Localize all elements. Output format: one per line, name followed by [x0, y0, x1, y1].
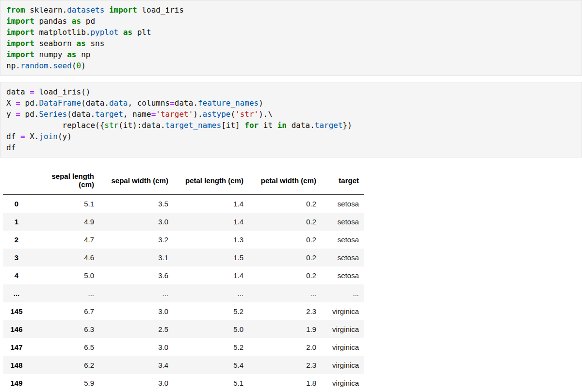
- code-line: import seaborn as sns: [6, 38, 576, 49]
- table-cell: ...: [30, 284, 99, 302]
- table-cell: 5.1: [173, 374, 248, 392]
- table-cell: virginica: [321, 320, 364, 338]
- table-cell: 5.2: [173, 302, 248, 320]
- column-header: target: [321, 166, 364, 195]
- row-index: 148: [3, 356, 30, 374]
- table-cell: setosa: [321, 195, 364, 213]
- header-row: sepal length (cm)sepal width (cm)petal l…: [3, 166, 364, 195]
- table-row: 24.73.21.30.2setosa: [3, 231, 364, 249]
- table-cell: ...: [173, 284, 248, 302]
- table-row: 05.13.51.40.2setosa: [3, 195, 364, 213]
- row-index: 2: [3, 231, 30, 249]
- table-cell: 0.2: [248, 249, 321, 267]
- table-cell: ...: [248, 284, 321, 302]
- table-cell: 5.0: [30, 267, 99, 284]
- table-row: 45.03.61.40.2setosa: [3, 267, 364, 284]
- column-header: petal length (cm): [173, 166, 248, 195]
- row-index: 3: [3, 249, 30, 267]
- code-line: X = pd.DataFrame(data.data, columns=data…: [6, 97, 576, 109]
- column-header: sepal length (cm): [30, 166, 99, 195]
- code-line: from sklearn.datasets import load_iris: [6, 4, 576, 16]
- table-cell: 3.0: [99, 338, 173, 356]
- code-cell-imports[interactable]: from sklearn.datasets import load_irisim…: [0, 0, 582, 76]
- table-cell: 3.0: [99, 213, 173, 231]
- table-row: 1486.23.45.42.3virginica: [3, 356, 364, 374]
- table-header: sepal length (cm)sepal width (cm)petal l…: [3, 166, 364, 195]
- table-row: 14.93.01.40.2setosa: [3, 213, 364, 231]
- table-cell: 4.9: [30, 213, 99, 231]
- row-index: 4: [3, 267, 30, 284]
- row-index: 147: [3, 338, 30, 356]
- code-line: replace({str(it):data.target_names[it] f…: [6, 120, 576, 131]
- table-cell: 2.5: [99, 320, 173, 338]
- table-cell: 5.9: [30, 374, 99, 392]
- code-cell-load-dataframe[interactable]: data = load_iris()X = pd.DataFrame(data.…: [0, 82, 582, 157]
- table-cell: 5.2: [173, 338, 248, 356]
- table-cell: ...: [99, 284, 173, 302]
- table-cell: ...: [321, 284, 364, 302]
- table-cell: 0.2: [248, 267, 321, 284]
- table-cell: 1.9: [248, 320, 321, 338]
- code-line: import matplotlib.pyplot as plt: [6, 27, 576, 38]
- table-cell: 4.6: [30, 249, 99, 267]
- table-cell: 3.5: [99, 195, 173, 213]
- table-row: ..................: [3, 284, 364, 302]
- row-index: 149: [3, 374, 30, 392]
- table-cell: 5.0: [173, 320, 248, 338]
- table-cell: 3.6: [99, 267, 173, 284]
- table-cell: setosa: [321, 231, 364, 249]
- code-line: import numpy as np: [6, 49, 576, 60]
- table-cell: 1.4: [173, 195, 248, 213]
- row-index: 145: [3, 302, 30, 320]
- table-cell: 6.5: [30, 338, 99, 356]
- row-index: 146: [3, 320, 30, 338]
- table-cell: 2.0: [248, 338, 321, 356]
- code-line: import pandas as pd: [6, 16, 576, 27]
- table-cell: 6.2: [30, 356, 99, 374]
- row-index: 1: [3, 213, 30, 231]
- code-line: data = load_iris(): [6, 86, 576, 97]
- table-cell: 2.3: [248, 356, 321, 374]
- code-line: y = pd.Series(data.target, name='target'…: [6, 109, 576, 120]
- table-row: 34.63.11.50.2setosa: [3, 249, 364, 267]
- table-cell: setosa: [321, 267, 364, 284]
- table-cell: virginica: [321, 356, 364, 374]
- table-cell: 0.2: [248, 213, 321, 231]
- table-cell: virginica: [321, 338, 364, 356]
- column-header: sepal width (cm): [99, 166, 173, 195]
- table-cell: 3.4: [99, 356, 173, 374]
- index-column-header: [3, 166, 30, 195]
- row-index: 0: [3, 195, 30, 213]
- table-row: 1495.93.05.11.8virginica: [3, 374, 364, 392]
- code-line: np.random.seed(0): [6, 60, 576, 71]
- dataframe-output: sepal length (cm)sepal width (cm)petal l…: [0, 164, 582, 392]
- table-cell: 1.5: [173, 249, 248, 267]
- table-cell: virginica: [321, 374, 364, 392]
- table-row: 1466.32.55.01.9virginica: [3, 320, 364, 338]
- column-header: petal width (cm): [248, 166, 321, 195]
- table-cell: 0.2: [248, 195, 321, 213]
- table-cell: 2.3: [248, 302, 321, 320]
- table-cell: 3.0: [99, 302, 173, 320]
- table-cell: 1.3: [173, 231, 248, 249]
- row-index: ...: [3, 284, 30, 302]
- code-line: df: [6, 142, 576, 153]
- table-cell: 1.4: [173, 267, 248, 284]
- table-cell: 5.1: [30, 195, 99, 213]
- table-cell: setosa: [321, 213, 364, 231]
- table-body: 05.13.51.40.2setosa14.93.01.40.2setosa24…: [3, 195, 364, 392]
- code-line: df = X.join(y): [6, 131, 576, 142]
- table-cell: 3.0: [99, 374, 173, 392]
- table-cell: 1.4: [173, 213, 248, 231]
- table-row: 1456.73.05.22.3virginica: [3, 302, 364, 320]
- table-cell: 4.7: [30, 231, 99, 249]
- table-cell: 1.8: [248, 374, 321, 392]
- table-row: 1476.53.05.22.0virginica: [3, 338, 364, 356]
- table-cell: virginica: [321, 302, 364, 320]
- table-cell: 6.7: [30, 302, 99, 320]
- table-cell: 6.3: [30, 320, 99, 338]
- table-cell: setosa: [321, 249, 364, 267]
- table-cell: 0.2: [248, 231, 321, 249]
- notebook: from sklearn.datasets import load_irisim…: [0, 0, 582, 392]
- table-cell: 5.4: [173, 356, 248, 374]
